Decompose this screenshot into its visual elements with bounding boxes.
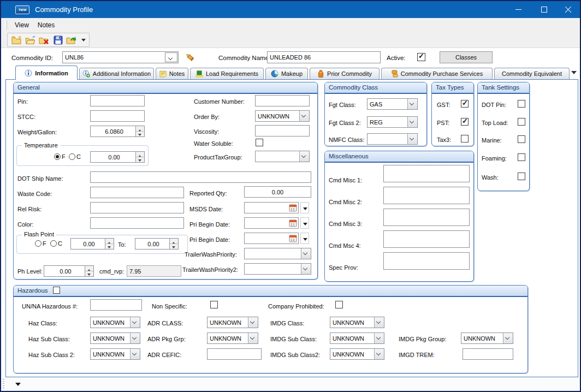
cmd-msc4-input[interactable] bbox=[383, 230, 470, 248]
chevron-down-icon[interactable] bbox=[407, 99, 417, 109]
marine-checkbox[interactable] bbox=[518, 135, 525, 143]
chevron-down-icon[interactable] bbox=[374, 333, 384, 343]
temperature-f-radio[interactable] bbox=[54, 153, 61, 160]
fgt-class2-select[interactable]: REG bbox=[367, 116, 418, 128]
minimize-button[interactable] bbox=[506, 1, 531, 18]
water-soluble-checkbox[interactable] bbox=[256, 139, 263, 146]
chevron-down-icon[interactable] bbox=[248, 333, 258, 343]
imdg-sub-class2-select[interactable]: UNKNOWN bbox=[330, 348, 384, 360]
export-folder-button[interactable] bbox=[66, 34, 78, 46]
customer-number-input[interactable] bbox=[255, 95, 310, 106]
up-arrow-icon[interactable] bbox=[85, 266, 93, 271]
nmfc-class-select[interactable] bbox=[367, 133, 418, 145]
chevron-down-icon[interactable] bbox=[299, 111, 309, 121]
calendar-icon[interactable] bbox=[289, 219, 297, 228]
gst-checkbox[interactable] bbox=[461, 100, 469, 108]
tab-additional-information[interactable]: Additional Information bbox=[79, 68, 154, 79]
active-checkbox[interactable] bbox=[417, 53, 425, 61]
tax3-checkbox[interactable] bbox=[461, 135, 469, 142]
adr-class-select[interactable]: UNKNOWN bbox=[207, 317, 258, 328]
temperature-stepper[interactable]: 0.00 bbox=[90, 151, 145, 163]
fgt-class-select[interactable]: GAS bbox=[367, 98, 418, 110]
msds-date-dropdown-button[interactable] bbox=[300, 202, 309, 213]
flash-point-f-radio[interactable] bbox=[35, 240, 42, 247]
chevron-down-icon[interactable] bbox=[130, 349, 140, 359]
save-button[interactable] bbox=[52, 34, 64, 46]
calendar-icon[interactable] bbox=[289, 204, 297, 213]
tab-prior-commodity[interactable]: Prior Commodity bbox=[310, 68, 380, 79]
spec-prov-input[interactable] bbox=[383, 252, 470, 270]
pri-begin-date-dropdown-button[interactable] bbox=[300, 217, 309, 229]
spinner-buttons[interactable] bbox=[105, 239, 114, 249]
chevron-down-icon[interactable] bbox=[130, 317, 140, 328]
spinner-buttons[interactable] bbox=[169, 239, 178, 249]
pri-begin-date-input[interactable] bbox=[244, 217, 299, 229]
imdg-pkg-group-select[interactable]: UNKNOWN bbox=[461, 332, 513, 344]
dock-grip[interactable] bbox=[3, 379, 4, 389]
up-arrow-icon[interactable] bbox=[136, 126, 144, 131]
waste-code-input[interactable] bbox=[90, 187, 184, 198]
new-folder-button[interactable] bbox=[11, 34, 23, 46]
un-na-hazardous-input[interactable] bbox=[90, 299, 142, 311]
dock-expand-caret-icon[interactable] bbox=[15, 383, 21, 389]
non-specific-checkbox[interactable] bbox=[210, 301, 218, 308]
toolbar-dropdown-caret-icon[interactable] bbox=[81, 39, 86, 44]
product-tax-group-select[interactable] bbox=[255, 151, 310, 162]
stcc-input[interactable] bbox=[90, 110, 145, 122]
pin-input[interactable] bbox=[90, 95, 145, 106]
tab-commodity-purchase-services[interactable]: Commodity Purchase Services bbox=[381, 68, 493, 79]
cmd-misc3-input[interactable] bbox=[383, 209, 470, 226]
chevron-down-icon[interactable] bbox=[374, 349, 384, 359]
haz-class-select[interactable]: UNKNOWN bbox=[90, 317, 140, 328]
classes-button[interactable]: Classes bbox=[440, 51, 493, 63]
down-arrow-icon[interactable] bbox=[136, 157, 144, 162]
up-arrow-icon[interactable] bbox=[105, 239, 114, 243]
down-arrow-icon[interactable] bbox=[85, 271, 93, 276]
chevron-down-icon[interactable] bbox=[248, 317, 258, 328]
chevron-down-icon[interactable] bbox=[301, 264, 311, 274]
ph-level-stepper[interactable]: 0.00 bbox=[44, 265, 94, 277]
haz-sub-class2-select[interactable]: UNKNOWN bbox=[90, 348, 140, 360]
spinner-buttons[interactable] bbox=[85, 266, 93, 276]
msds-date-input[interactable] bbox=[244, 202, 299, 213]
flash-point-c-radio[interactable] bbox=[50, 240, 57, 247]
imdg-sub-class-select[interactable]: UNKNOWN bbox=[330, 332, 384, 344]
temperature-c-radio[interactable] bbox=[69, 153, 75, 160]
maximize-button[interactable] bbox=[532, 1, 556, 18]
chevron-down-icon[interactable] bbox=[407, 117, 417, 127]
spinner-buttons[interactable] bbox=[135, 152, 144, 162]
weight-gallon-stepper[interactable]: 6.0860 bbox=[90, 126, 145, 137]
down-arrow-icon[interactable] bbox=[136, 131, 144, 136]
commodity-name-input[interactable]: UNLEADED 86 bbox=[267, 51, 381, 63]
calendar-icon[interactable] bbox=[289, 234, 297, 243]
trailer-wash-priority-select[interactable] bbox=[244, 248, 311, 259]
hazardous-checkbox[interactable] bbox=[53, 287, 60, 294]
pri-begin-date2-dropdown-button[interactable] bbox=[300, 233, 309, 244]
wash-checkbox[interactable] bbox=[518, 173, 525, 180]
chevron-down-icon[interactable] bbox=[374, 317, 384, 328]
pri-begin-date2-input[interactable] bbox=[244, 233, 299, 244]
chevron-down-icon[interactable] bbox=[299, 151, 309, 162]
top-load-checkbox[interactable] bbox=[518, 118, 525, 126]
chevron-down-icon[interactable] bbox=[165, 52, 177, 62]
rel-risk-input[interactable] bbox=[90, 202, 184, 213]
chevron-down-icon[interactable] bbox=[503, 333, 513, 343]
cmd-misc1-input[interactable] bbox=[383, 165, 470, 182]
tab-commodity-equivalent[interactable]: Commodity Equivalent bbox=[494, 68, 570, 79]
delete-folder-button[interactable] bbox=[38, 34, 50, 46]
cmd-misc2-input[interactable] bbox=[383, 187, 470, 204]
tab-load-requirements[interactable]: Load Requirements bbox=[190, 68, 264, 79]
adr-pkg-grp-select[interactable]: UNKNOWN bbox=[207, 332, 258, 344]
open-folder-button[interactable] bbox=[25, 34, 37, 46]
tab-information[interactable]: Information bbox=[15, 66, 78, 80]
reported-qty-input[interactable]: 0.00 bbox=[244, 186, 311, 198]
spinner-buttons[interactable] bbox=[135, 126, 144, 136]
pst-checkbox[interactable] bbox=[461, 118, 469, 126]
dot-ship-name-input[interactable] bbox=[90, 171, 311, 183]
tab-overflow-caret-icon[interactable] bbox=[571, 71, 577, 77]
menu-notes[interactable]: Notes bbox=[33, 20, 59, 31]
adr-cefic-input[interactable] bbox=[207, 348, 262, 360]
haz-sub-class-select[interactable]: UNKNOWN bbox=[90, 332, 140, 344]
edit-pencil-icon[interactable] bbox=[185, 52, 194, 63]
imgd-trem-input[interactable] bbox=[463, 348, 513, 360]
